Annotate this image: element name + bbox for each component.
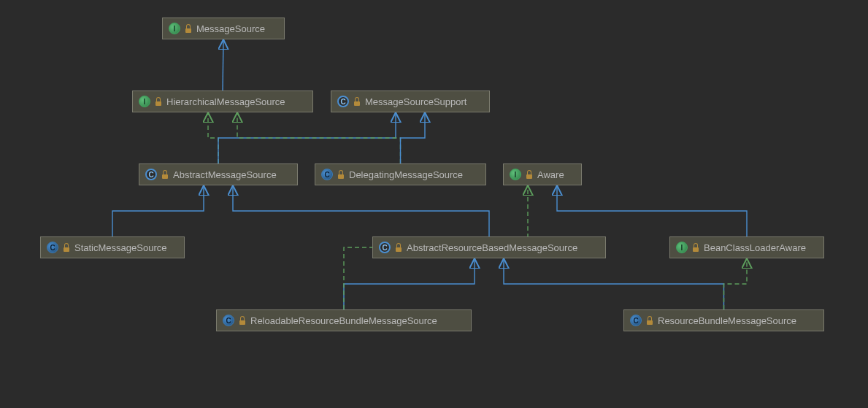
lock-icon	[353, 97, 361, 106]
interface-icon: I	[139, 96, 150, 107]
edge-resourceBundleMessageSource-to-abstractResourceBasedMessageSource	[504, 258, 724, 309]
interface-icon: I	[676, 242, 688, 253]
node-messageSource[interactable]: IMessageSource	[162, 18, 285, 39]
abstract-class-icon: C	[379, 242, 391, 253]
node-abstractResourceBasedMessageSource[interactable]: CAbstractResourceBasedMessageSource	[372, 236, 606, 258]
interface-icon: I	[169, 23, 180, 34]
lock-icon	[526, 170, 533, 179]
class-icon: C	[223, 315, 234, 326]
edge-delegatingMessageSource-to-hierarchicalMessageSource	[237, 112, 401, 163]
node-label: ReloadableResourceBundleMessageSource	[250, 315, 437, 326]
abstract-class-icon: C	[337, 96, 349, 107]
lock-icon	[646, 316, 653, 325]
node-abstractMessageSource[interactable]: CAbstractMessageSource	[139, 163, 298, 185]
class-icon: C	[321, 169, 333, 180]
edge-beanClassLoaderAware-to-aware	[557, 185, 747, 236]
lock-icon	[161, 170, 169, 179]
node-label: StaticMessageSource	[74, 242, 166, 253]
lock-icon	[185, 24, 192, 33]
node-resourceBundleMessageSource[interactable]: CResourceBundleMessageSource	[623, 309, 824, 331]
node-staticMessageSource[interactable]: CStaticMessageSource	[40, 236, 185, 258]
class-icon: C	[630, 315, 642, 326]
edge-reloadableResourceBundleMessageSource-to-abstractResourceBasedMessageSource	[344, 258, 475, 309]
node-label: AbstractMessageSource	[173, 169, 277, 180]
edge-resourceBundleMessageSource-to-beanClassLoaderAware	[724, 258, 748, 309]
edge-abstractResourceBasedMessageSource-to-abstractMessageSource	[233, 185, 489, 236]
lock-icon	[692, 243, 699, 252]
node-label: MessageSource	[196, 23, 265, 34]
diagram-connectors	[0, 0, 868, 408]
lock-icon	[63, 243, 70, 252]
edge-staticMessageSource-to-abstractMessageSource	[112, 185, 204, 236]
edge-hierarchicalMessageSource-to-messageSource	[223, 39, 223, 91]
node-beanClassLoaderAware[interactable]: IBeanClassLoaderAware	[669, 236, 824, 258]
node-label: Aware	[537, 169, 564, 180]
edge-abstractMessageSource-to-hierarchicalMessageSource	[208, 112, 218, 163]
abstract-class-icon: C	[145, 169, 157, 180]
node-aware[interactable]: IAware	[503, 163, 582, 185]
node-label: BeanClassLoaderAware	[704, 242, 806, 253]
interface-icon: I	[510, 169, 521, 180]
node-label: DelegatingMessageSource	[349, 169, 463, 180]
node-label: AbstractResourceBasedMessageSource	[407, 242, 577, 253]
lock-icon	[155, 97, 162, 106]
node-label: MessageSourceSupport	[365, 96, 466, 107]
edge-delegatingMessageSource-to-messageSourceSupport	[401, 112, 426, 163]
node-label: HierarchicalMessageSource	[166, 96, 285, 107]
node-hierarchicalMessageSource[interactable]: IHierarchicalMessageSource	[132, 91, 313, 112]
lock-icon	[239, 316, 246, 325]
edge-abstractMessageSource-to-messageSourceSupport	[218, 112, 396, 163]
node-delegatingMessageSource[interactable]: CDelegatingMessageSource	[315, 163, 486, 185]
node-reloadableResourceBundleMessageSource[interactable]: CReloadableResourceBundleMessageSource	[216, 309, 472, 331]
class-icon: C	[47, 242, 58, 253]
lock-icon	[395, 243, 402, 252]
lock-icon	[337, 170, 345, 179]
node-messageSourceSupport[interactable]: CMessageSourceSupport	[331, 91, 490, 112]
node-label: ResourceBundleMessageSource	[658, 315, 796, 326]
